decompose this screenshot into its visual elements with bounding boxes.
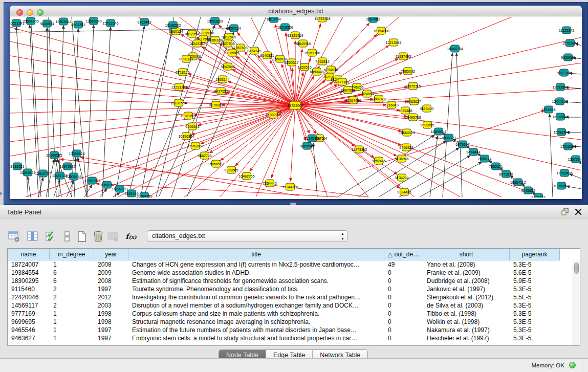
table-cell[interactable]: Hescheler et al. (1997) [423,334,510,342]
table-cell[interactable]: 18300295 [8,277,50,285]
new-column-icon-button[interactable] [75,230,89,243]
table-cell[interactable]: Yano et al. (2008) [423,260,510,269]
table-cell[interactable]: 1 [50,310,94,318]
table-cell[interactable]: 5.9E-5 [510,277,560,285]
table-vertical-scrollbar[interactable] [573,260,580,345]
table-cell[interactable]: de Silva et al. (2003) [423,301,510,310]
table-row[interactable]: 946362711997Embryonic stem cells: a mode… [8,334,573,342]
graph-edge[interactable] [192,105,295,135]
table-cell[interactable]: 9115460 [8,285,50,293]
function-builder-icon-button[interactable]: f(x) [124,230,138,243]
table-cell[interactable]: 2 [50,301,94,310]
table-cell[interactable]: 0 [384,277,423,285]
table-cell[interactable]: Disruption of a novel member of a sodium… [128,301,384,310]
table-cell[interactable]: Nakamura et al. (1997) [423,326,510,334]
table-cell[interactable]: 1998 [94,310,128,318]
network-canvas[interactable]: 1872400788601248912954132260589327505165… [10,17,581,198]
table-cell[interactable]: 9463627 [8,334,50,342]
table-row[interactable]: 969969511998Structural magnetic resonanc… [8,318,573,326]
table-cell[interactable]: Embryonic stem cells: a model to study s… [128,334,384,342]
table-cell[interactable]: Wolkin et al. (1998) [423,318,510,326]
close-panel-icon[interactable] [575,208,582,215]
graph-edge[interactable] [550,114,553,197]
table-cell[interactable]: Genome-wide association studies in ADHD. [128,269,384,277]
table-cell[interactable]: 2003 [94,301,128,310]
table-cell[interactable]: 22420046 [8,293,50,301]
table-cell[interactable]: Structural magnetic resonance image aver… [128,318,384,326]
graph-edge[interactable] [313,143,317,197]
graph-edge[interactable] [295,73,303,105]
table-row[interactable]: 1830029562008Estimation of significance … [8,277,573,285]
clear-selection-icon-button[interactable] [60,230,74,243]
delete-column-icon-button[interactable] [92,230,105,243]
table-cell[interactable]: 9465546 [8,326,50,334]
float-panel-icon[interactable] [561,207,570,216]
table-cell[interactable]: 1 [50,334,94,342]
table-cell[interactable]: 14569117 [8,301,50,310]
table-cell[interactable]: 19384554 [8,269,50,277]
table-cell[interactable]: 5.6E-5 [510,269,560,277]
table-cell[interactable]: Jankovic et al. (1997) [423,285,510,293]
table-cell[interactable]: 2 [50,285,94,293]
table-cell[interactable]: 2 [50,293,94,301]
table-cell[interactable]: 9699695 [8,318,50,326]
table-cell[interactable]: 0 [384,285,423,293]
table-cell[interactable]: 2012 [94,293,128,301]
table-cell[interactable]: 0 [384,310,423,318]
table-cell[interactable]: 6 [50,277,94,285]
table-cell[interactable]: 5.3E-5 [510,318,560,326]
table-cell[interactable]: 2008 [94,260,128,269]
table-row[interactable]: 1938455462009Genome-wide association stu… [8,269,573,277]
table-cell[interactable]: 5.3E-5 [510,285,560,293]
graph-edge[interactable] [46,159,54,197]
table-options-icon-button[interactable] [7,230,20,243]
table-row[interactable]: 1872400712008Changes of HCN gene express… [8,260,573,269]
table-cell[interactable]: 1 [50,326,94,334]
table-cell[interactable]: 0 [384,301,423,310]
graph-edge[interactable] [291,105,295,181]
column-header-title[interactable]: title [128,249,384,260]
table-cell[interactable]: 0 [384,334,423,342]
table-cell[interactable]: Franke et al. (2009) [423,269,510,277]
table-row[interactable]: 946554611997Estimation of the future num… [8,326,573,334]
column-header-name[interactable]: name [8,249,50,260]
graph-edge[interactable] [143,25,215,197]
table-cell[interactable]: 5.3E-5 [510,260,560,269]
column-header-pagerank[interactable]: pagerank [510,249,560,260]
table-selector-dropdown[interactable]: citations_edges.txt ▲▼ [147,230,348,242]
table-cell[interactable]: Investigating the contribution of common… [128,293,384,301]
table-cell[interactable]: Stergiakouli et al. (2012) [423,293,510,301]
column-header-short[interactable]: short [423,249,510,260]
table-cell[interactable]: 0 [384,293,423,301]
graph-edge[interactable] [67,181,74,197]
show-columns-icon-button[interactable] [26,230,39,243]
column-header-year[interactable]: year [94,249,128,260]
table-row[interactable]: 1456911722003Disruption of a novel membe… [8,301,573,310]
delete-table-icon-button[interactable] [106,230,120,243]
graph-edge[interactable] [72,17,87,197]
table-cell[interactable]: 5.5E-5 [510,293,560,301]
table-cell[interactable]: 1997 [94,334,128,342]
table-cell[interactable]: 6 [50,269,94,277]
table-cell[interactable]: 1997 [94,326,128,334]
table-cell[interactable]: Tibbo et al. (1998) [423,310,510,318]
table-cell[interactable]: 5.3E-5 [510,301,560,310]
graph-edge[interactable] [295,37,581,105]
table-cell[interactable]: Estimation of the future numbers of pati… [128,326,384,334]
graph-edge[interactable] [49,17,56,197]
select-rows-icon-button[interactable] [44,230,57,243]
table-cell[interactable]: 1 [50,318,94,326]
graph-edge[interactable] [184,105,295,197]
table-cell[interactable]: 2009 [94,269,128,277]
table-cell[interactable]: 49 [384,260,423,269]
table-cell[interactable]: 2008 [94,277,128,285]
table-cell[interactable]: Changes of HCN gene expression and I(f) … [128,260,384,269]
table-cell[interactable]: 18724007 [8,260,50,269]
table-cell[interactable]: Dudbridge et al. (2008) [423,277,510,285]
table-row[interactable]: 911546021997Tourette syndrome. Phenomeno… [8,285,573,293]
graph-edge[interactable] [580,161,581,165]
graph-edge[interactable] [295,49,302,105]
table-cell[interactable]: 0 [384,326,423,334]
scrollbar-thumb[interactable] [574,262,579,274]
table-cell[interactable]: 1998 [94,318,128,326]
